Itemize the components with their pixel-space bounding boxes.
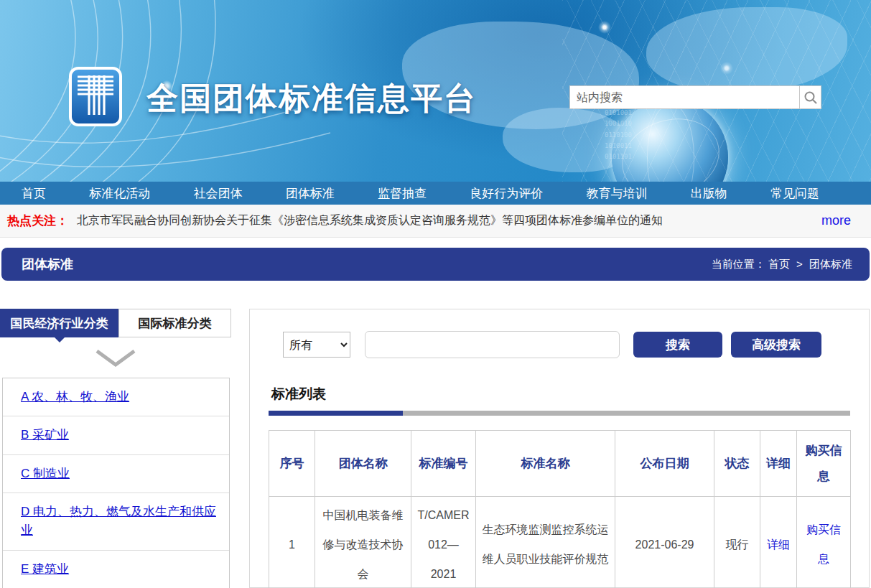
list-title: 标准列表 bbox=[271, 385, 850, 403]
category-sidebar: 国民经济行业分类 国际标准分类 A 农、林、牧、渔业 B 采矿业 C 制造业 D… bbox=[0, 309, 231, 588]
site-logo[interactable] bbox=[68, 66, 123, 127]
list-item: E 建筑业 bbox=[3, 551, 229, 588]
category-select[interactable]: 所有 bbox=[283, 332, 350, 358]
list-item: A 农、林、牧、渔业 bbox=[3, 378, 229, 416]
more-link[interactable]: more bbox=[821, 213, 851, 228]
page-title: 团体标准 bbox=[1, 256, 73, 273]
breadcrumb-current-link[interactable]: 团体标准 bbox=[809, 258, 852, 270]
detail-link[interactable]: 详细 bbox=[767, 538, 790, 551]
cell-status: 现行 bbox=[714, 497, 760, 588]
sidebar-item-a-agriculture[interactable]: A 农、林、牧、渔业 bbox=[21, 390, 129, 403]
nav-item-faq[interactable]: 常见问题 bbox=[770, 185, 819, 202]
section-bar: 团体标准 当前位置： 首页 > 团体标准 bbox=[1, 248, 870, 281]
list-item: B 采矿业 bbox=[3, 416, 229, 454]
col-header-detail: 详细 bbox=[760, 431, 797, 497]
content-area: 国民经济行业分类 国际标准分类 A 农、林、牧、渔业 B 采矿业 C 制造业 D… bbox=[0, 281, 871, 588]
nav-item-home[interactable]: 首页 bbox=[22, 185, 46, 202]
nav-item-publications[interactable]: 出版物 bbox=[691, 185, 727, 202]
title-underline bbox=[269, 411, 850, 416]
list-item: D 电力、热力、燃气及水生产和供应业 bbox=[3, 493, 229, 551]
cell-index: 1 bbox=[269, 497, 315, 588]
col-header-date: 公布日期 bbox=[615, 431, 714, 497]
breadcrumb-home-link[interactable]: 首页 bbox=[768, 258, 790, 270]
site-title: 全国团体标准信息平台 bbox=[146, 78, 477, 120]
filter-row: 所有 搜索 高级搜索 bbox=[283, 331, 850, 358]
list-item: C 制造业 bbox=[3, 455, 229, 493]
main-nav: 首页 标准化活动 社会团体 团体标准 监督抽查 良好行为评价 教育与培训 出版物… bbox=[0, 182, 871, 205]
sidebar-item-d-power-heat-gas-water[interactable]: D 电力、热力、燃气及水生产和供应业 bbox=[21, 505, 216, 537]
page: 0101001 1001010 0110100 1010011 0101101 bbox=[0, 0, 871, 588]
table-row: 1 中国机电装备维修与改造技术协会 T/CAMER 012—2021 生态环境监… bbox=[269, 497, 851, 588]
site-banner: 0101001 1001010 0110100 1010011 0101101 bbox=[0, 0, 871, 182]
hot-topics-bar: 热点关注： 北京市军民融合协同创新协会关于征集《涉密信息系统集成资质认定咨询服务… bbox=[0, 205, 871, 238]
site-search-input[interactable] bbox=[569, 85, 799, 109]
nav-item-group-standards[interactable]: 团体标准 bbox=[286, 185, 335, 202]
col-header-name: 标准名称 bbox=[476, 431, 615, 497]
cell-name: 生态环境监测监控系统运维人员职业技能评价规范 bbox=[476, 497, 615, 588]
spacer bbox=[0, 238, 871, 248]
tab-national-economy-classification[interactable]: 国民经济行业分类 bbox=[0, 309, 118, 337]
buy-info-link[interactable]: 购买信息 bbox=[806, 523, 841, 565]
category-list: A 农、林、牧、渔业 B 采矿业 C 制造业 D 电力、热力、燃气及水生产和供应… bbox=[2, 378, 230, 588]
cell-date: 2021-06-29 bbox=[615, 497, 714, 588]
world-map-decoration bbox=[646, 7, 847, 93]
sidebar-item-b-mining[interactable]: B 采矿业 bbox=[21, 428, 69, 442]
standards-table: 序号 团体名称 标准编号 标准名称 公布日期 状态 详细 购买信息 1 中国机电… bbox=[269, 430, 851, 588]
title-underline-accent bbox=[269, 411, 403, 416]
cell-org: 中国机电装备维修与改造技术协会 bbox=[315, 497, 411, 588]
breadcrumb-separator: > bbox=[796, 258, 803, 270]
table-header-row: 序号 团体名称 标准编号 标准名称 公布日期 状态 详细 购买信息 bbox=[269, 431, 851, 497]
keyword-input[interactable] bbox=[365, 331, 620, 358]
advanced-search-button[interactable]: 高级搜索 bbox=[731, 332, 821, 358]
nav-item-education-training[interactable]: 教育与培训 bbox=[587, 185, 648, 202]
col-header-index: 序号 bbox=[269, 431, 315, 497]
category-tabs: 国民经济行业分类 国际标准分类 bbox=[0, 309, 231, 337]
nav-item-standardization-activities[interactable]: 标准化活动 bbox=[89, 185, 150, 202]
sidebar-item-e-construction[interactable]: E 建筑业 bbox=[21, 562, 69, 576]
sidebar-item-c-manufacturing[interactable]: C 制造业 bbox=[21, 467, 70, 480]
col-header-org: 团体名称 bbox=[315, 431, 411, 497]
logo-icon bbox=[68, 66, 123, 127]
col-header-status: 状态 bbox=[714, 431, 760, 497]
col-header-buy: 购买信息 bbox=[797, 431, 851, 497]
site-search-button[interactable] bbox=[799, 85, 821, 109]
chevron-down-icon bbox=[95, 349, 136, 368]
globe-graphic bbox=[612, 99, 728, 182]
search-button[interactable]: 搜索 bbox=[633, 332, 722, 358]
cell-detail: 详细 bbox=[760, 497, 797, 588]
nav-item-supervision-checks[interactable]: 监督抽查 bbox=[378, 185, 427, 202]
hot-news-link[interactable]: 北京市军民融合协同创新协会关于征集《涉密信息系统集成资质认定咨询服务规范》等四项… bbox=[77, 213, 663, 228]
breadcrumb-label: 当前位置： bbox=[712, 258, 765, 270]
cell-buy: 购买信息 bbox=[797, 497, 851, 588]
breadcrumb: 当前位置： 首页 > 团体标准 bbox=[712, 258, 870, 271]
nav-item-social-organizations[interactable]: 社会团体 bbox=[194, 185, 243, 202]
tab-international-standard-classification[interactable]: 国际标准分类 bbox=[118, 309, 231, 337]
standards-panel: 所有 搜索 高级搜索 标准列表 序号 团体名称 标准编号 标准名称 bbox=[249, 309, 870, 588]
title-underline-track bbox=[403, 411, 850, 416]
hot-topics-label: 热点关注： bbox=[7, 213, 68, 229]
site-search bbox=[569, 85, 821, 109]
cell-code: T/CAMER 012—2021 bbox=[411, 497, 476, 588]
search-icon bbox=[804, 90, 818, 105]
col-header-code: 标准编号 bbox=[411, 431, 476, 497]
nav-item-good-behavior-evaluation[interactable]: 良好行为评价 bbox=[470, 185, 543, 202]
